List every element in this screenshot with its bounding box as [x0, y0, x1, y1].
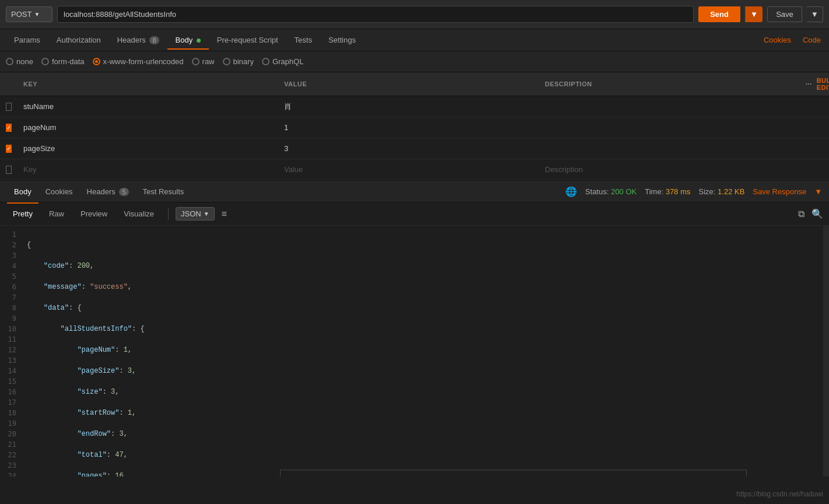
globe-icon: 🌐: [565, 186, 577, 197]
status-value: 200 OK: [611, 187, 636, 196]
tab-body[interactable]: Body: [167, 30, 209, 50]
radio-none[interactable]: none: [6, 57, 33, 66]
format-selector[interactable]: JSON ▼: [176, 207, 215, 220]
save-response-dropdown-icon[interactable]: ▼: [814, 187, 822, 196]
col-key: KEY: [18, 79, 278, 89]
send-dropdown-button[interactable]: ▼: [745, 6, 762, 22]
divider: [168, 208, 169, 220]
tab-params[interactable]: Params: [6, 30, 48, 50]
empty-actions: [800, 166, 829, 173]
save-response-button[interactable]: Save Response: [753, 187, 806, 196]
row3-value[interactable]: 3: [278, 141, 539, 156]
radio-urlencoded-circle: [93, 58, 100, 65]
table-row: ✓ pageSize 3: [0, 138, 829, 159]
method-label: POST: [11, 10, 32, 19]
copy-icon[interactable]: ⧉: [798, 209, 804, 219]
save-dropdown-button[interactable]: ▼: [807, 6, 823, 22]
body-active-dot: [197, 38, 201, 43]
radio-form-data[interactable]: form-data: [41, 57, 85, 66]
code-line: {: [21, 240, 823, 250]
save-button[interactable]: Save: [767, 6, 802, 22]
method-selector[interactable]: POST ▼: [6, 6, 53, 22]
row1-key[interactable]: stuName: [18, 99, 278, 114]
radio-none-circle: [6, 58, 13, 65]
response-tabs: Body Cookies Headers 5 Test Results 🌐 St…: [0, 180, 829, 202]
empty-value[interactable]: Value: [278, 162, 539, 177]
time-value: 378 ms: [666, 187, 691, 196]
code-line: "data": {: [21, 303, 823, 313]
pretty-tab-raw[interactable]: Raw: [42, 207, 71, 220]
resp-tab-cookies[interactable]: Cookies: [39, 184, 80, 200]
col-checkbox: [0, 83, 18, 85]
row2-actions: [800, 124, 829, 131]
bulk-edit-btn[interactable]: Bulk Edit: [817, 77, 829, 91]
code-line: "size": 3,: [21, 387, 823, 397]
code-line: "code": 200,: [21, 261, 823, 271]
row1-desc[interactable]: [539, 103, 800, 110]
three-dots-icon[interactable]: ···: [806, 80, 812, 88]
col-actions: ··· Bulk Edit: [800, 76, 829, 92]
row3-checkbox[interactable]: ✓: [6, 145, 12, 153]
radio-urlencoded[interactable]: x-www-form-urlencoded: [93, 57, 184, 66]
radio-raw-circle: [192, 58, 200, 65]
resp-tab-test-results[interactable]: Test Results: [136, 184, 191, 200]
tab-settings[interactable]: Settings: [320, 30, 364, 50]
format-dropdown-icon: ▼: [204, 211, 209, 217]
xml-line-1: <?xml version="1.0" encoding="UTF-8"?>: [289, 476, 738, 477]
row2-checkbox[interactable]: ✓: [6, 124, 12, 132]
radio-form-data-circle: [41, 58, 49, 65]
empty-desc[interactable]: Description: [539, 162, 800, 177]
pretty-tab-visualize[interactable]: Visualize: [117, 207, 161, 220]
watermark: https://blog.csdn.net/haduwi: [736, 490, 823, 498]
send-button[interactable]: Send: [698, 6, 740, 22]
table-row: stuName 肖: [0, 96, 829, 117]
url-bar: POST ▼ Send ▼ Save ▼: [0, 0, 829, 29]
radio-binary-circle: [223, 58, 230, 65]
xml-panel: <?xml version="1.0" encoding="UTF-8"?> <…: [280, 470, 747, 477]
tab-authorization[interactable]: Authorization: [48, 30, 109, 50]
row1-checkbox[interactable]: [6, 103, 12, 111]
table-header: KEY VALUE DESCRIPTION ··· Bulk Edit: [0, 72, 829, 96]
url-input[interactable]: [57, 6, 694, 23]
wrap-icon[interactable]: ≡: [222, 209, 227, 219]
table-row-empty: Key Value Description: [0, 159, 829, 180]
vertical-scrollbar[interactable]: [823, 226, 829, 477]
row2-key[interactable]: pageNum: [18, 120, 278, 135]
code-area: 12345 678910 1112131415 1617181920 21222…: [0, 226, 829, 477]
code-line: "startRow": 1,: [21, 408, 823, 418]
code-line: "pageSize": 3,: [21, 366, 823, 376]
radio-binary[interactable]: binary: [223, 57, 254, 66]
row3-actions: [800, 145, 829, 152]
line-numbers: 12345 678910 1112131415 1617181920 21222…: [0, 226, 21, 477]
col-description: DESCRIPTION: [539, 79, 800, 89]
tab-pre-request[interactable]: Pre-request Script: [209, 30, 286, 50]
tab-tests[interactable]: Tests: [286, 30, 320, 50]
main-tabs: Params Authorization Headers 8 Body Pre-…: [0, 29, 829, 51]
pretty-tab-pretty[interactable]: Pretty: [6, 207, 40, 220]
empty-key[interactable]: Key: [18, 162, 278, 177]
empty-checkbox[interactable]: [6, 166, 12, 174]
tab-headers[interactable]: Headers 8: [109, 30, 167, 50]
resp-tab-body[interactable]: Body: [7, 184, 39, 200]
col-value: VALUE: [278, 79, 539, 89]
code-content[interactable]: { "code": 200, "message": "success", "da…: [21, 226, 823, 477]
cookies-link[interactable]: Cookies: [761, 30, 793, 50]
pretty-tab-preview[interactable]: Preview: [74, 207, 114, 220]
table-row: ✓ pageNum 1: [0, 117, 829, 138]
row3-desc[interactable]: [539, 145, 800, 152]
row3-checkbox-cell: ✓: [0, 141, 18, 156]
search-icon[interactable]: 🔍: [811, 208, 823, 219]
code-line: "allStudentsInfo": {: [21, 324, 823, 334]
code-line: "pageNum": 1,: [21, 345, 823, 355]
radio-raw[interactable]: raw: [192, 57, 215, 66]
row1-value[interactable]: 肖: [278, 98, 539, 116]
pretty-tabs-row: Pretty Raw Preview Visualize JSON ▼ ≡ ⧉ …: [0, 202, 829, 226]
code-line: "total": 47,: [21, 450, 823, 460]
row3-key[interactable]: pageSize: [18, 141, 278, 156]
row2-desc[interactable]: [539, 124, 800, 131]
row2-value[interactable]: 1: [278, 120, 539, 135]
radio-graphql[interactable]: GraphQL: [262, 57, 303, 66]
resp-tab-headers[interactable]: Headers 5: [80, 184, 136, 200]
code-link[interactable]: Code: [800, 30, 823, 50]
row2-checkbox-cell: ✓: [0, 120, 18, 135]
